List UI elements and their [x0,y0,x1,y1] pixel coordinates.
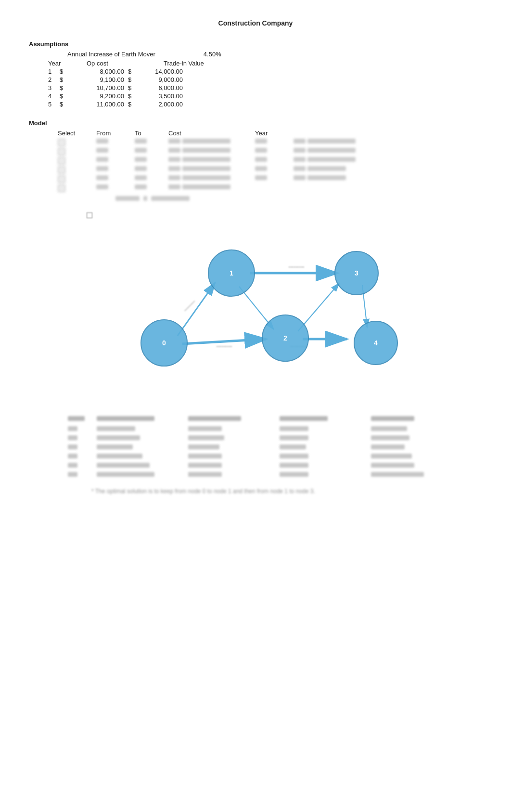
col-header-select: Select [58,130,96,137]
row5-year: 5 [48,101,58,108]
model-row [58,175,482,183]
edge-label-1-3: --------- [289,263,305,269]
model-row [58,184,482,192]
total-row [115,196,482,201]
model-row [58,166,482,174]
network-node-2-label: 2 [283,334,287,342]
row3-tradein: 6,000.00 [140,84,183,92]
row2-tradein: 9,000.00 [140,76,183,83]
model-title: Model [29,119,482,127]
assumptions-section: Assumptions Annual Increase of Earth Mov… [29,40,482,108]
table-row: 1 $ 8,000.00 $ 14,000.00 [48,68,482,75]
bottom-table-row [68,444,443,451]
col-header-from: From [96,130,135,137]
row5-opcost: 11,000.00 [71,101,124,108]
checkbox-container[interactable] [58,212,482,227]
assumptions-title: Assumptions [29,40,482,48]
row1-tradein-sym: $ [128,68,138,75]
model-data-rows [58,139,482,192]
row4-year: 4 [48,92,58,100]
solution-text: * The optimal solution is to keep from n… [91,488,482,495]
network-node-0-label: 0 [162,339,166,347]
page-title: Construction Company [29,19,482,27]
edge-label-0-1: -------- [182,298,196,312]
bottom-table-row [68,462,443,469]
bottom-table-row [68,471,443,478]
table-row: 3 $ 10,700.00 $ 6,000.00 [48,84,482,92]
row1-sym: $ [60,68,69,75]
model-header-row: Select From To Cost Year [58,130,482,137]
row4-sym: $ [60,92,69,100]
row3-year: 3 [48,84,58,92]
row2-opcost: 9,100.00 [71,76,124,83]
bottom-table-row [68,434,443,442]
assumptions-table: 1 $ 8,000.00 $ 14,000.00 2 $ 9,100.00 $ … [48,68,482,108]
model-row [58,139,482,146]
bottom-table-row [68,425,443,432]
row3-sym: $ [60,84,69,92]
annual-value: 4.50% [204,51,221,58]
edge-label-0-2: --------- [217,343,232,349]
model-row [58,157,482,165]
header-year: Year [48,60,77,67]
model-section: Model Select From To Cost Year [29,119,482,495]
network-node-4-label: 4 [374,339,378,347]
row4-tradein: 3,500.00 [140,92,183,100]
row4-opcost: 9,200.00 [71,92,124,100]
table-row: 5 $ 11,000.00 $ 2,000.00 [48,101,482,108]
row1-tradein: 14,000.00 [140,68,183,75]
col-header-extra [294,130,380,137]
row5-sym: $ [60,101,69,108]
row2-sym: $ [60,76,69,83]
col-header-year: Year [255,130,294,137]
row2-year: 2 [48,76,58,83]
bottom-results-table [68,415,443,478]
row1-year: 1 [48,68,58,75]
row1-opcost: 8,000.00 [71,68,124,75]
model-row [58,148,482,156]
col-header-to: To [135,130,168,137]
row2-tradein-sym: $ [128,76,138,83]
bottom-table-row [68,453,443,460]
network-node-3-label: 3 [355,269,358,277]
annual-increase-row: Annual Increase of Earth Mover 4.50% [29,51,482,58]
table-row: 2 $ 9,100.00 $ 9,000.00 [48,76,482,83]
solve-checkbox[interactable] [87,212,92,218]
header-opcost: Op cost [87,60,164,67]
col-header-cost: Cost [168,130,255,137]
bottom-table-header [68,415,443,422]
table-row: 4 $ 9,200.00 $ 3,500.00 [48,92,482,100]
network-node-1-label: 1 [230,269,233,277]
row3-opcost: 10,700.00 [71,84,124,92]
row5-tradein-sym: $ [128,101,138,108]
header-tradein: Trade-in Value [164,60,204,67]
row4-tradein-sym: $ [128,92,138,100]
row5-tradein: 2,000.00 [140,101,183,108]
annual-label: Annual Increase of Earth Mover [67,51,155,58]
network-diagram: -------- --------- ---------- --------- … [97,237,414,401]
row3-tradein-sym: $ [128,84,138,92]
